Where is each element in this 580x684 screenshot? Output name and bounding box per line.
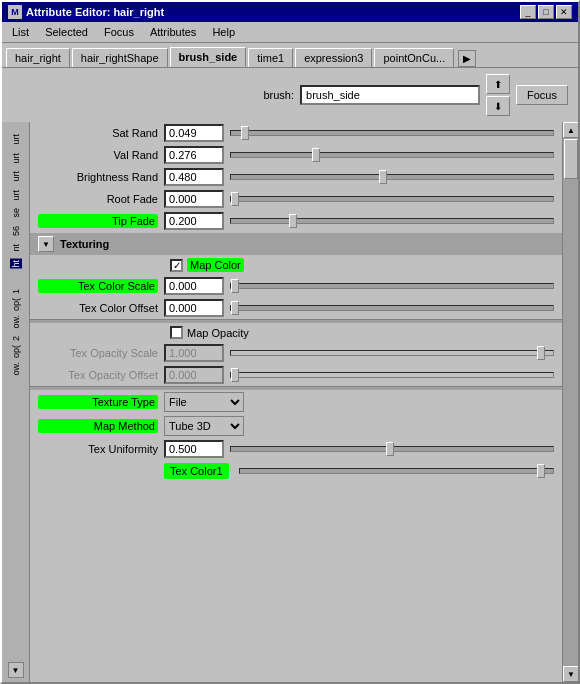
tex-opacity-offset-value: [164, 366, 224, 384]
map-method-row: Map Method Tube 3D Flat: [30, 414, 562, 438]
menu-list[interactable]: List: [6, 24, 35, 40]
tab-point-on-curve[interactable]: pointOnCu...: [374, 48, 454, 67]
left-label-ow2: ow.: [11, 362, 21, 376]
tab-brush-side[interactable]: brush_side: [170, 47, 247, 67]
root-fade-value[interactable]: [164, 190, 224, 208]
tex-uniformity-slider[interactable]: [230, 446, 554, 452]
tab-hair-right[interactable]: hair_right: [6, 48, 70, 67]
title-bar-left: M Attribute Editor: hair_right: [8, 5, 164, 19]
tab-time1[interactable]: time1: [248, 48, 293, 67]
scrollbar: ▲ ▼: [562, 122, 578, 682]
scroll-up-button[interactable]: ▲: [563, 122, 578, 138]
tex-color1-label: Tex Color1: [164, 463, 229, 479]
tex-color-scale-value[interactable]: [164, 277, 224, 295]
tip-fade-thumb[interactable]: [289, 214, 297, 228]
tex-color-offset-slider[interactable]: [230, 305, 554, 311]
brightness-rand-thumb[interactable]: [379, 170, 387, 184]
tex-opacity-offset-label: Tex Opacity Offset: [38, 369, 158, 381]
param-row-tex-color-offset: Tex Color Offset: [30, 297, 562, 319]
tex-uniformity-value[interactable]: [164, 440, 224, 458]
map-opacity-row: Map Opacity: [30, 323, 562, 342]
sat-rand-thumb[interactable]: [241, 126, 249, 140]
tip-fade-value[interactable]: [164, 212, 224, 230]
scroll-thumb[interactable]: [564, 139, 578, 179]
param-row-val-rand: Val Rand: [30, 144, 562, 166]
sat-rand-label: Sat Rand: [38, 127, 158, 139]
sat-rand-value[interactable]: [164, 124, 224, 142]
menu-selected[interactable]: Selected: [39, 24, 94, 40]
map-method-select[interactable]: Tube 3D Flat: [164, 416, 244, 436]
texturing-collapse-arrow[interactable]: ▼: [38, 236, 54, 252]
map-color-checkbox[interactable]: ✓: [170, 259, 183, 272]
tex-color-offset-thumb[interactable]: [231, 301, 239, 315]
scroll-down-button[interactable]: ▼: [563, 666, 578, 682]
menu-help[interactable]: Help: [206, 24, 241, 40]
menu-focus[interactable]: Focus: [98, 24, 140, 40]
val-rand-value[interactable]: [164, 146, 224, 164]
maximize-button[interactable]: □: [538, 5, 554, 19]
left-label-ht: ht: [10, 259, 22, 269]
focus-button[interactable]: Focus: [516, 85, 568, 105]
val-rand-thumb[interactable]: [312, 148, 320, 162]
param-row-tex-color-scale: Tex Color Scale: [30, 275, 562, 297]
left-label-2: 2: [11, 336, 21, 341]
tex-uniformity-thumb[interactable]: [386, 442, 394, 456]
left-label-op1: op(: [11, 298, 21, 311]
tab-hair-right-shape[interactable]: hair_rightShape: [72, 48, 168, 67]
left-label-56: 56: [11, 226, 21, 236]
map-opacity-checkbox[interactable]: [170, 326, 183, 339]
left-label-op2: op(: [11, 345, 21, 358]
texture-type-label: Texture Type: [38, 395, 158, 409]
map-color-row: ✓ Map Color: [30, 255, 562, 275]
tex-opacity-scale-thumb: [537, 346, 545, 360]
brush-row: brush: ⬆ ⬇ Focus: [2, 68, 578, 122]
tip-fade-label: Tip Fade: [38, 214, 158, 228]
brush-nav-down[interactable]: ⬇: [486, 96, 510, 116]
main-window: M Attribute Editor: hair_right _ □ ✕ Lis…: [0, 0, 580, 684]
map-color-label: Map Color: [187, 258, 244, 272]
param-row-tex-uniformity: Tex Uniformity: [30, 438, 562, 460]
tex-opacity-offset-thumb: [231, 368, 239, 382]
app-icon: M: [8, 5, 22, 19]
brightness-rand-value[interactable]: [164, 168, 224, 186]
root-fade-slider[interactable]: [230, 196, 554, 202]
root-fade-thumb[interactable]: [231, 192, 239, 206]
main-content: urt urt urt urt se 56 nt ht 1 op( ow. 2 …: [2, 122, 578, 682]
tex-color-scale-slider[interactable]: [230, 283, 554, 289]
param-row-brightness-rand: Brightness Rand: [30, 166, 562, 188]
tex-color-offset-label: Tex Color Offset: [38, 302, 158, 314]
texturing-section-header: ▼ Texturing: [30, 232, 562, 255]
minimize-button[interactable]: _: [520, 5, 536, 19]
brush-label: brush:: [263, 89, 294, 101]
map-method-label: Map Method: [38, 419, 158, 433]
tab-scroll-right[interactable]: ▶: [458, 50, 476, 67]
sat-rand-slider[interactable]: [230, 130, 554, 136]
texture-type-row: Texture Type File Texture: [30, 390, 562, 414]
param-row-tex-opacity-scale: Tex Opacity Scale: [30, 342, 562, 364]
tex-color-scale-thumb[interactable]: [231, 279, 239, 293]
texture-type-select[interactable]: File Texture: [164, 392, 244, 412]
val-rand-slider[interactable]: [230, 152, 554, 158]
left-label-nt: nt: [11, 244, 21, 252]
left-label-1: 1: [11, 289, 21, 294]
left-label-ow: ow.: [11, 315, 21, 329]
root-fade-label: Root Fade: [38, 193, 158, 205]
brush-input[interactable]: [300, 85, 480, 105]
left-strip: urt urt urt urt se 56 nt ht 1 op( ow. 2 …: [2, 122, 30, 682]
close-button[interactable]: ✕: [556, 5, 572, 19]
tex-opacity-offset-slider: [230, 372, 554, 378]
window-title: Attribute Editor: hair_right: [26, 6, 164, 18]
tex-color-offset-value[interactable]: [164, 299, 224, 317]
tex-color-scale-label: Tex Color Scale: [38, 279, 158, 293]
tip-fade-slider[interactable]: [230, 218, 554, 224]
menu-attributes[interactable]: Attributes: [144, 24, 202, 40]
param-row-root-fade: Root Fade: [30, 188, 562, 210]
tex-color1-slider[interactable]: [239, 468, 554, 474]
scroll-track[interactable]: [563, 138, 578, 666]
left-scroll-down[interactable]: ▼: [8, 662, 24, 678]
tex-color1-thumb[interactable]: [537, 464, 545, 478]
brightness-rand-slider[interactable]: [230, 174, 554, 180]
texturing-label: Texturing: [60, 238, 109, 250]
brush-nav-up[interactable]: ⬆: [486, 74, 510, 94]
tab-expression3[interactable]: expression3: [295, 48, 372, 67]
